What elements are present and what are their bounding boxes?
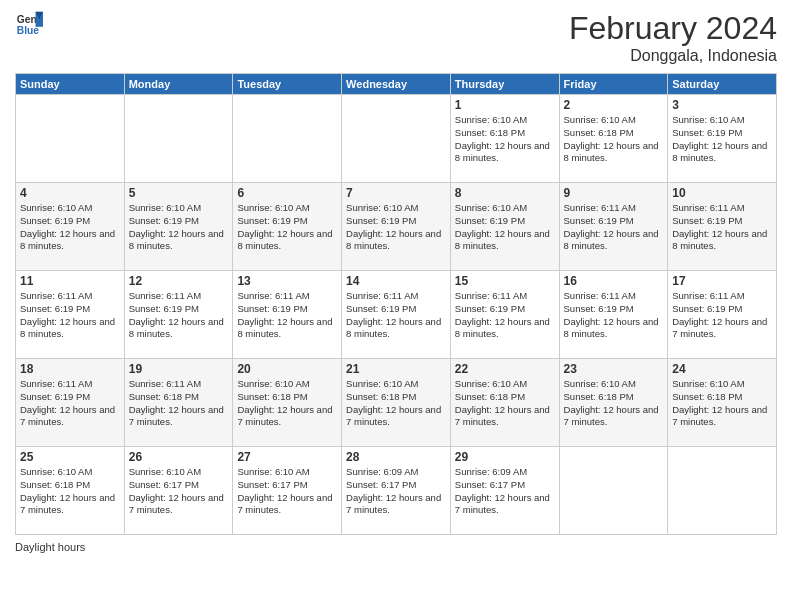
- calendar-cell: 6Sunrise: 6:10 AMSunset: 6:19 PMDaylight…: [233, 183, 342, 271]
- day-info: Sunrise: 6:10 AMSunset: 6:18 PMDaylight:…: [455, 114, 555, 165]
- day-number: 5: [129, 186, 229, 200]
- weekday-sunday: Sunday: [16, 74, 125, 95]
- day-number: 8: [455, 186, 555, 200]
- calendar-cell: 5Sunrise: 6:10 AMSunset: 6:19 PMDaylight…: [124, 183, 233, 271]
- calendar-cell: 11Sunrise: 6:11 AMSunset: 6:19 PMDayligh…: [16, 271, 125, 359]
- calendar-cell: 29Sunrise: 6:09 AMSunset: 6:17 PMDayligh…: [450, 447, 559, 535]
- day-number: 20: [237, 362, 337, 376]
- calendar-cell: 27Sunrise: 6:10 AMSunset: 6:17 PMDayligh…: [233, 447, 342, 535]
- day-info: Sunrise: 6:10 AMSunset: 6:19 PMDaylight:…: [672, 114, 772, 165]
- weekday-friday: Friday: [559, 74, 668, 95]
- calendar-cell: 16Sunrise: 6:11 AMSunset: 6:19 PMDayligh…: [559, 271, 668, 359]
- svg-text:Blue: Blue: [17, 25, 40, 36]
- calendar-cell: [124, 95, 233, 183]
- day-number: 19: [129, 362, 229, 376]
- footer: Daylight hours: [15, 541, 777, 553]
- day-number: 15: [455, 274, 555, 288]
- week-row-4: 18Sunrise: 6:11 AMSunset: 6:19 PMDayligh…: [16, 359, 777, 447]
- day-number: 4: [20, 186, 120, 200]
- month-year: February 2024: [569, 10, 777, 47]
- day-info: Sunrise: 6:11 AMSunset: 6:18 PMDaylight:…: [129, 378, 229, 429]
- calendar-cell: 19Sunrise: 6:11 AMSunset: 6:18 PMDayligh…: [124, 359, 233, 447]
- calendar-cell: 3Sunrise: 6:10 AMSunset: 6:19 PMDaylight…: [668, 95, 777, 183]
- calendar-cell: [559, 447, 668, 535]
- logo: General Blue: [15, 10, 43, 38]
- weekday-monday: Monday: [124, 74, 233, 95]
- day-number: 27: [237, 450, 337, 464]
- day-number: 25: [20, 450, 120, 464]
- location: Donggala, Indonesia: [569, 47, 777, 65]
- calendar-cell: 4Sunrise: 6:10 AMSunset: 6:19 PMDaylight…: [16, 183, 125, 271]
- day-number: 13: [237, 274, 337, 288]
- day-number: 11: [20, 274, 120, 288]
- calendar-cell: 17Sunrise: 6:11 AMSunset: 6:19 PMDayligh…: [668, 271, 777, 359]
- day-number: 7: [346, 186, 446, 200]
- weekday-saturday: Saturday: [668, 74, 777, 95]
- day-info: Sunrise: 6:11 AMSunset: 6:19 PMDaylight:…: [672, 202, 772, 253]
- day-number: 2: [564, 98, 664, 112]
- day-info: Sunrise: 6:10 AMSunset: 6:17 PMDaylight:…: [237, 466, 337, 517]
- day-number: 22: [455, 362, 555, 376]
- calendar-cell: 25Sunrise: 6:10 AMSunset: 6:18 PMDayligh…: [16, 447, 125, 535]
- weekday-thursday: Thursday: [450, 74, 559, 95]
- day-number: 10: [672, 186, 772, 200]
- weekday-header-row: SundayMondayTuesdayWednesdayThursdayFrid…: [16, 74, 777, 95]
- calendar-cell: 15Sunrise: 6:11 AMSunset: 6:19 PMDayligh…: [450, 271, 559, 359]
- calendar-cell: [233, 95, 342, 183]
- day-info: Sunrise: 6:11 AMSunset: 6:19 PMDaylight:…: [20, 290, 120, 341]
- day-info: Sunrise: 6:10 AMSunset: 6:19 PMDaylight:…: [20, 202, 120, 253]
- day-info: Sunrise: 6:11 AMSunset: 6:19 PMDaylight:…: [455, 290, 555, 341]
- day-number: 18: [20, 362, 120, 376]
- page: General Blue February 2024 Donggala, Ind…: [0, 0, 792, 612]
- day-info: Sunrise: 6:10 AMSunset: 6:17 PMDaylight:…: [129, 466, 229, 517]
- logo-icon: General Blue: [15, 10, 43, 38]
- day-number: 26: [129, 450, 229, 464]
- calendar-cell: 21Sunrise: 6:10 AMSunset: 6:18 PMDayligh…: [342, 359, 451, 447]
- calendar-cell: 10Sunrise: 6:11 AMSunset: 6:19 PMDayligh…: [668, 183, 777, 271]
- day-number: 16: [564, 274, 664, 288]
- title-block: February 2024 Donggala, Indonesia: [569, 10, 777, 65]
- day-number: 6: [237, 186, 337, 200]
- calendar-cell: 1Sunrise: 6:10 AMSunset: 6:18 PMDaylight…: [450, 95, 559, 183]
- calendar-cell: 2Sunrise: 6:10 AMSunset: 6:18 PMDaylight…: [559, 95, 668, 183]
- calendar-cell: [16, 95, 125, 183]
- calendar-cell: 23Sunrise: 6:10 AMSunset: 6:18 PMDayligh…: [559, 359, 668, 447]
- day-number: 28: [346, 450, 446, 464]
- day-info: Sunrise: 6:10 AMSunset: 6:18 PMDaylight:…: [564, 378, 664, 429]
- day-number: 29: [455, 450, 555, 464]
- day-info: Sunrise: 6:09 AMSunset: 6:17 PMDaylight:…: [346, 466, 446, 517]
- day-number: 3: [672, 98, 772, 112]
- week-row-2: 4Sunrise: 6:10 AMSunset: 6:19 PMDaylight…: [16, 183, 777, 271]
- calendar-cell: 14Sunrise: 6:11 AMSunset: 6:19 PMDayligh…: [342, 271, 451, 359]
- calendar-cell: [342, 95, 451, 183]
- weekday-wednesday: Wednesday: [342, 74, 451, 95]
- calendar-cell: 20Sunrise: 6:10 AMSunset: 6:18 PMDayligh…: [233, 359, 342, 447]
- calendar-cell: 26Sunrise: 6:10 AMSunset: 6:17 PMDayligh…: [124, 447, 233, 535]
- calendar-cell: 12Sunrise: 6:11 AMSunset: 6:19 PMDayligh…: [124, 271, 233, 359]
- week-row-1: 1Sunrise: 6:10 AMSunset: 6:18 PMDaylight…: [16, 95, 777, 183]
- day-info: Sunrise: 6:11 AMSunset: 6:19 PMDaylight:…: [20, 378, 120, 429]
- day-info: Sunrise: 6:11 AMSunset: 6:19 PMDaylight:…: [564, 290, 664, 341]
- day-info: Sunrise: 6:10 AMSunset: 6:19 PMDaylight:…: [346, 202, 446, 253]
- calendar-cell: 8Sunrise: 6:10 AMSunset: 6:19 PMDaylight…: [450, 183, 559, 271]
- day-info: Sunrise: 6:10 AMSunset: 6:18 PMDaylight:…: [672, 378, 772, 429]
- day-info: Sunrise: 6:10 AMSunset: 6:19 PMDaylight:…: [129, 202, 229, 253]
- day-info: Sunrise: 6:10 AMSunset: 6:19 PMDaylight:…: [455, 202, 555, 253]
- day-info: Sunrise: 6:11 AMSunset: 6:19 PMDaylight:…: [672, 290, 772, 341]
- calendar: SundayMondayTuesdayWednesdayThursdayFrid…: [15, 73, 777, 535]
- day-info: Sunrise: 6:10 AMSunset: 6:18 PMDaylight:…: [455, 378, 555, 429]
- calendar-cell: 7Sunrise: 6:10 AMSunset: 6:19 PMDaylight…: [342, 183, 451, 271]
- day-number: 9: [564, 186, 664, 200]
- day-info: Sunrise: 6:11 AMSunset: 6:19 PMDaylight:…: [564, 202, 664, 253]
- week-row-5: 25Sunrise: 6:10 AMSunset: 6:18 PMDayligh…: [16, 447, 777, 535]
- day-info: Sunrise: 6:10 AMSunset: 6:18 PMDaylight:…: [564, 114, 664, 165]
- day-number: 14: [346, 274, 446, 288]
- daylight-label: Daylight hours: [15, 541, 85, 553]
- day-info: Sunrise: 6:10 AMSunset: 6:19 PMDaylight:…: [237, 202, 337, 253]
- week-row-3: 11Sunrise: 6:11 AMSunset: 6:19 PMDayligh…: [16, 271, 777, 359]
- day-number: 23: [564, 362, 664, 376]
- calendar-cell: 13Sunrise: 6:11 AMSunset: 6:19 PMDayligh…: [233, 271, 342, 359]
- calendar-cell: 22Sunrise: 6:10 AMSunset: 6:18 PMDayligh…: [450, 359, 559, 447]
- day-info: Sunrise: 6:10 AMSunset: 6:18 PMDaylight:…: [346, 378, 446, 429]
- day-number: 17: [672, 274, 772, 288]
